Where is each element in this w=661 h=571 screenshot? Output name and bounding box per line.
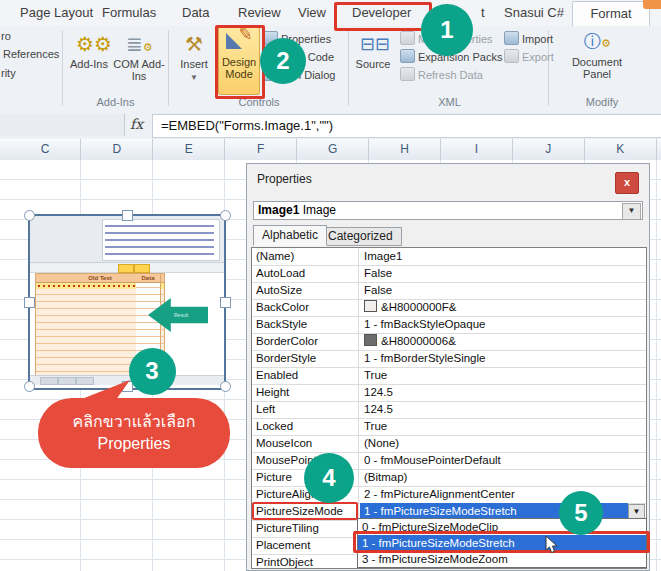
dropdown-arrow-icon[interactable]: ▼: [622, 203, 641, 220]
selection-handle[interactable]: [24, 210, 35, 221]
property-name[interactable]: BackColor: [252, 299, 359, 316]
embedded-image-control[interactable]: Old Text Data Result: [28, 214, 226, 390]
column-headers[interactable]: CDEFGHIJK: [0, 139, 661, 161]
property-name[interactable]: (Name): [252, 248, 359, 265]
property-row[interactable]: BorderColor&H80000006&: [252, 333, 646, 351]
expansion-packs-label: Expansion Packs: [418, 51, 502, 63]
property-row[interactable]: MouseIcon(None): [252, 435, 646, 453]
property-name[interactable]: PictureTiling: [252, 520, 359, 537]
property-row[interactable]: LockedTrue: [252, 418, 646, 436]
property-name[interactable]: MouseIcon: [252, 435, 359, 452]
selection-handle[interactable]: [220, 297, 231, 308]
property-name[interactable]: Left: [252, 401, 359, 418]
property-value[interactable]: 124.5: [360, 384, 646, 401]
selection-handle[interactable]: [122, 210, 133, 221]
insert-label: Insert: [180, 58, 208, 70]
mini-formula-bar: [30, 216, 224, 263]
property-value[interactable]: 1 - fmBorderStyleSingle: [360, 350, 646, 367]
property-value[interactable]: 1 - fmBackStyleOpaque: [360, 316, 646, 333]
insert-control-button[interactable]: ⚒ Insert ▼: [174, 32, 214, 84]
property-row[interactable]: Height124.5: [252, 384, 646, 402]
property-row[interactable]: EnabledTrue: [252, 367, 646, 385]
property-value[interactable]: &H8000000F&: [360, 299, 646, 316]
property-value[interactable]: False: [360, 265, 646, 282]
refresh-data-label: Refresh Data: [418, 69, 483, 81]
selection-handle[interactable]: [24, 297, 35, 308]
property-value[interactable]: True: [360, 367, 646, 384]
add-ins-button[interactable]: ⚙⚙ Add-Ins: [66, 32, 112, 70]
ribbon-fragment-macro: ro: [1, 30, 11, 42]
column-header-E[interactable]: E: [179, 142, 199, 156]
combo-arrow-icon[interactable]: ▼: [628, 504, 645, 519]
callout-circle-2: 2: [260, 38, 306, 84]
property-name[interactable]: AutoLoad: [252, 265, 359, 282]
selection-handle[interactable]: [24, 381, 35, 392]
tab-t[interactable]: t: [481, 5, 485, 20]
property-name[interactable]: BorderColor: [252, 333, 359, 350]
expansion-packs-icon: [400, 49, 415, 63]
selection-handle[interactable]: [220, 210, 231, 221]
mouse-cursor-icon: [545, 535, 559, 554]
property-row[interactable]: (Name)Image1: [252, 248, 646, 266]
callout-circle-5: 5: [559, 491, 603, 535]
column-header-K[interactable]: K: [610, 142, 630, 156]
com-add-ins-button[interactable]: ≣⚙ COM Add-Ins: [113, 32, 165, 82]
speech-bubble-line2: Properties: [98, 433, 171, 455]
name-box[interactable]: [0, 114, 125, 136]
column-header-I[interactable]: I: [466, 142, 486, 156]
tab-categorized[interactable]: Categorized: [319, 227, 402, 246]
document-panel-button[interactable]: ⓘ⚙ Document Panel: [570, 30, 624, 80]
tab-review[interactable]: Review: [238, 5, 281, 20]
property-value[interactable]: &H80000006&: [360, 333, 646, 350]
refresh-data-button[interactable]: Refresh Data: [400, 67, 483, 83]
property-name[interactable]: Locked: [252, 418, 359, 435]
list-gear-icon: ≣⚙: [126, 32, 152, 56]
tab-view[interactable]: View: [298, 5, 326, 20]
selection-handle[interactable]: [220, 381, 231, 392]
tab-data[interactable]: Data: [182, 5, 209, 20]
column-header-H[interactable]: H: [395, 142, 415, 156]
dropdown-option[interactable]: 3 - fmPictureSizeModeZoom: [358, 551, 646, 567]
property-name[interactable]: PrintObject: [252, 554, 359, 569]
property-row[interactable]: Left124.5: [252, 401, 646, 419]
tab-snasui-c-[interactable]: Snasui C#: [504, 5, 564, 20]
tab-alphabetic[interactable]: Alphabetic: [253, 225, 327, 246]
property-value[interactable]: 124.5: [360, 401, 646, 418]
ribbon-fragment-security: rity: [1, 67, 16, 79]
formula-text: =EMBED("Forms.Image.1",""): [161, 118, 333, 133]
property-value[interactable]: Image1: [360, 248, 646, 265]
formula-input[interactable]: =EMBED("Forms.Image.1",""): [152, 114, 661, 138]
column-header-J[interactable]: J: [538, 142, 558, 156]
property-name[interactable]: BackStyle: [252, 316, 359, 333]
property-row[interactable]: BackColor&H8000000F&: [252, 299, 646, 317]
property-name[interactable]: Enabled: [252, 367, 359, 384]
property-value[interactable]: (Bitmap): [360, 469, 646, 486]
tab-format[interactable]: Format: [572, 1, 650, 27]
property-value[interactable]: 2 - fmPictureAlignmentCenter: [360, 486, 646, 503]
property-row[interactable]: AutoSizeFalse: [252, 282, 646, 300]
property-name[interactable]: Height: [252, 384, 359, 401]
property-value[interactable]: (None): [360, 435, 646, 452]
property-value[interactable]: True: [360, 418, 646, 435]
fx-icon: fx: [130, 116, 150, 132]
column-header-D[interactable]: D: [107, 142, 127, 156]
column-header-C[interactable]: C: [35, 142, 55, 156]
property-row[interactable]: BackStyle1 - fmBackStyleOpaque: [252, 316, 646, 334]
column-header-G[interactable]: G: [323, 142, 343, 156]
object-selector-dropdown[interactable]: Image1 Image ▼: [253, 201, 643, 220]
property-row[interactable]: AutoLoadFalse: [252, 265, 646, 283]
column-header-F[interactable]: F: [251, 142, 271, 156]
property-name[interactable]: BorderStyle: [252, 350, 359, 367]
property-value[interactable]: False: [360, 282, 646, 299]
property-row[interactable]: BorderStyle1 - fmBorderStyleSingle: [252, 350, 646, 368]
tab-page-layout[interactable]: Page Layout: [20, 5, 93, 20]
export-button[interactable]: Export: [504, 49, 554, 65]
property-name[interactable]: Placement: [252, 537, 359, 554]
source-button[interactable]: ⊟⊟ Source: [352, 32, 394, 70]
close-button[interactable]: x: [615, 172, 639, 194]
property-name[interactable]: AutoSize: [252, 282, 359, 299]
property-value[interactable]: 0 - fmMousePointerDefault: [360, 452, 646, 469]
import-button[interactable]: Import: [504, 31, 553, 47]
tab-formulas[interactable]: Formulas: [102, 5, 156, 20]
speech-bubble: คลิกขวาแล้วเลือก Properties: [38, 398, 230, 468]
